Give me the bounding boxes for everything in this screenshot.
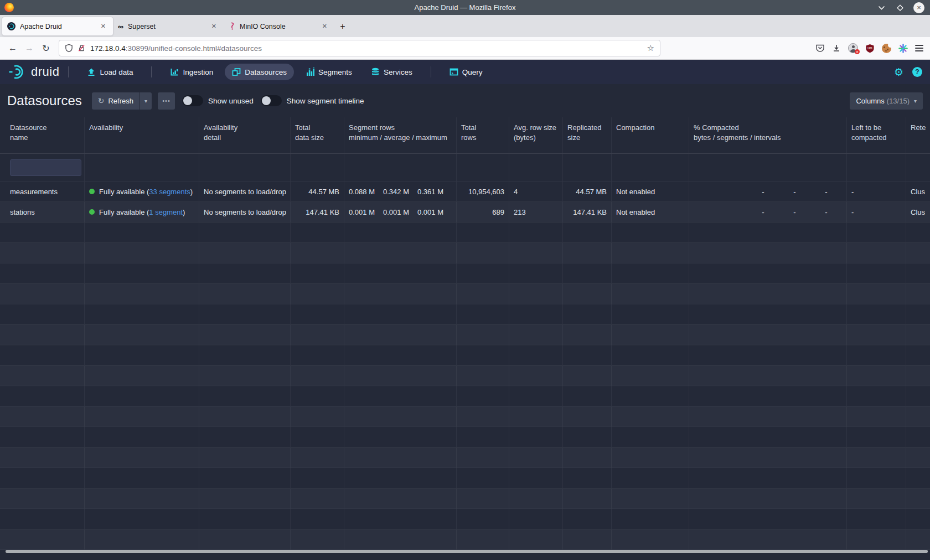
nav-load-data[interactable]: Load data: [80, 64, 140, 80]
back-button[interactable]: ←: [4, 40, 21, 56]
tab-close-icon[interactable]: ✕: [99, 22, 108, 31]
column-header[interactable]: Segment rowsminimum / average / maximum: [344, 117, 457, 153]
tab-close-icon[interactable]: ✕: [320, 22, 329, 31]
empty-cell: [906, 366, 930, 386]
column-header[interactable]: Replicatedsize: [563, 117, 612, 153]
column-header[interactable]: Compaction: [612, 117, 689, 153]
downloads-icon[interactable]: [832, 44, 841, 53]
colorful-asterisk-extension-icon[interactable]: [898, 44, 908, 53]
datasource-name-filter-input[interactable]: [10, 159, 81, 176]
empty-cell: [906, 386, 930, 406]
column-header[interactable]: Availabilitydetail: [199, 117, 291, 153]
column-header[interactable]: Avg. row size(bytes): [509, 117, 563, 153]
nav-segments[interactable]: Segments: [298, 64, 359, 80]
empty-cell: [906, 489, 930, 509]
empty-cell: [457, 366, 509, 386]
cell-datasource-name[interactable]: measurements: [6, 182, 85, 201]
table-header: DatasourcenameAvailabilityAvailabilityde…: [0, 117, 930, 154]
account-extension-icon[interactable]: ✕: [848, 43, 858, 53]
empty-cell: [85, 509, 199, 529]
empty-cell: [612, 427, 689, 447]
chevron-down-icon: ▾: [144, 98, 147, 104]
filter-cell: [457, 154, 509, 181]
column-header[interactable]: Totaldata size: [291, 117, 344, 153]
empty-cell: [612, 468, 689, 488]
reload-button[interactable]: ↻: [38, 40, 54, 56]
empty-cell: [847, 509, 906, 529]
column-header[interactable]: Left to becompacted: [847, 117, 906, 153]
cell-segment-rows: 0.001 M0.001 M0.001 M: [344, 202, 457, 222]
column-header[interactable]: Rete: [906, 117, 930, 153]
show-unused-toggle[interactable]: [182, 95, 203, 106]
column-header[interactable]: % Compactedbytes / segments / intervals: [689, 117, 847, 153]
divider: [68, 66, 69, 77]
segments-link[interactable]: 33 segments: [149, 188, 190, 196]
empty-table-row: [0, 427, 930, 448]
column-header[interactable]: Datasourcename: [6, 117, 85, 153]
empty-cell: [563, 284, 612, 304]
empty-cell: [199, 468, 291, 488]
columns-dropdown-button[interactable]: Columns (13/15) ▾: [850, 92, 923, 110]
column-header[interactable]: Totalrows: [457, 117, 509, 153]
cookie-extension-icon[interactable]: [882, 44, 891, 53]
url-text[interactable]: 172.18.0.4:30899/unified-console.html#da…: [90, 44, 643, 53]
empty-cell: [291, 468, 344, 488]
help-icon[interactable]: ?: [912, 67, 922, 77]
empty-cell: [344, 263, 457, 283]
empty-cell: [847, 263, 906, 283]
show-segment-timeline-toggle[interactable]: [261, 95, 282, 106]
nav-datasources[interactable]: Datasources: [225, 64, 294, 80]
nav-services[interactable]: Services: [364, 64, 420, 80]
druid-logo-icon: [8, 64, 28, 80]
empty-cell: [906, 530, 930, 549]
cell-replicated-size: 147.41 KB: [563, 202, 612, 222]
empty-cell: [509, 345, 563, 365]
empty-cell: [6, 530, 85, 549]
tracking-shield-icon[interactable]: [65, 44, 73, 53]
menu-hamburger-icon[interactable]: [915, 45, 923, 51]
forward-button[interactable]: →: [21, 40, 38, 56]
empty-cell: [906, 448, 930, 468]
gear-icon[interactable]: ⚙: [894, 67, 903, 77]
window-maximize-button[interactable]: [895, 2, 906, 13]
empty-cell: [344, 222, 457, 242]
empty-cell: [291, 325, 344, 345]
empty-cell: [6, 243, 85, 263]
segments-link[interactable]: 1 segment: [149, 208, 183, 216]
cell-segment-rows: 0.088 M0.342 M0.361 M: [344, 182, 457, 201]
chevron-down-icon: [878, 5, 885, 11]
more-actions-button[interactable]: •••: [158, 92, 175, 110]
ublock-origin-icon[interactable]: UO: [865, 44, 875, 53]
cell-retention: Clus: [906, 202, 930, 222]
cell-left-to-be-compacted: -: [847, 182, 906, 201]
empty-cell: [457, 468, 509, 488]
empty-cell: [563, 243, 612, 263]
tab-superset[interactable]: ∞ Superset ✕: [113, 17, 224, 35]
new-tab-button[interactable]: +: [334, 18, 351, 35]
druid-logo[interactable]: druid: [8, 64, 59, 80]
empty-cell: [344, 304, 457, 324]
url-bar[interactable]: 172.18.0.4:30899/unified-console.html#da…: [59, 40, 660, 56]
refresh-button[interactable]: ↻ Refresh: [92, 92, 140, 110]
empty-cell: [199, 222, 291, 242]
empty-cell: [291, 489, 344, 509]
refresh-interval-dropdown-button[interactable]: ▾: [140, 92, 152, 110]
nav-query[interactable]: Query: [442, 64, 490, 80]
window-close-button[interactable]: ×: [913, 2, 924, 13]
empty-cell: [563, 222, 612, 242]
tab-close-icon[interactable]: ✕: [209, 22, 219, 31]
empty-cell: [457, 530, 509, 549]
window-minimize-button[interactable]: [876, 2, 887, 13]
horizontal-scrollbar[interactable]: [6, 550, 928, 553]
nav-ingestion[interactable]: Ingestion: [163, 64, 220, 80]
empty-cell: [847, 448, 906, 468]
column-header[interactable]: Availability: [85, 117, 199, 153]
cell-datasource-name[interactable]: stations: [6, 202, 85, 222]
filter-cell: [612, 154, 689, 181]
empty-cell: [612, 325, 689, 345]
insecure-lock-icon[interactable]: [78, 44, 86, 53]
pocket-icon[interactable]: [815, 44, 825, 53]
bookmark-star-icon[interactable]: ☆: [647, 43, 654, 53]
tab-apache-druid[interactable]: Apache Druid ✕: [2, 17, 113, 35]
tab-minio-console[interactable]: MinIO Console ✕: [224, 17, 334, 35]
